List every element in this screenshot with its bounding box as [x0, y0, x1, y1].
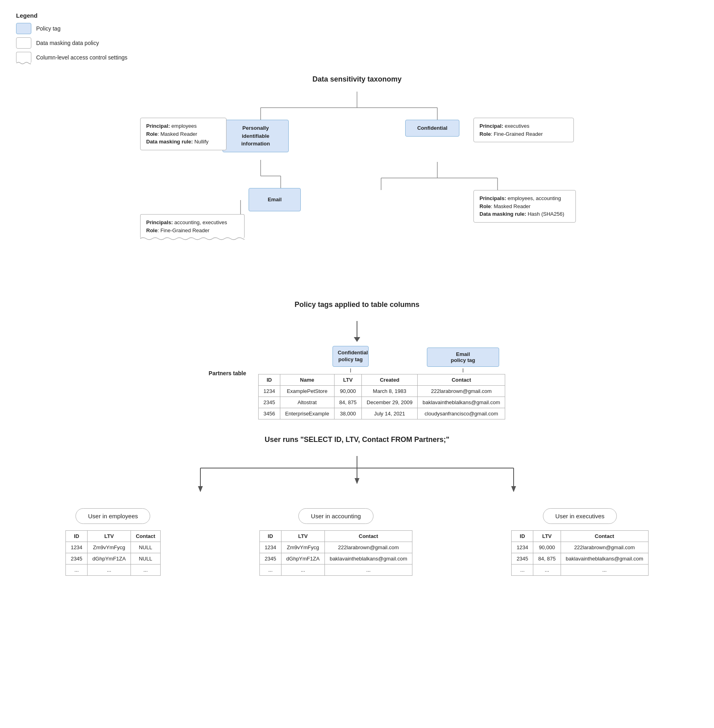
emp-acc-role-val: Masked Reader — [494, 203, 530, 209]
employees-rule-val: Nullify — [194, 139, 208, 145]
col-header-created: Created — [362, 374, 418, 385]
table-cell: NULL — [131, 553, 160, 564]
legend: Legend Policy tag Data masking data poli… — [16, 12, 698, 63]
table-row: ......... — [512, 564, 648, 575]
emp-acc-principals-val: employees, accounting — [508, 195, 561, 201]
confidential-tag-wrapper: Confidentialpolicy tag — [333, 346, 369, 372]
table-row: ......... — [259, 564, 412, 575]
pii-label: Personally identifiable information — [241, 125, 270, 147]
employees-principal-label: Principal: — [146, 123, 171, 129]
col-header-id: ID — [258, 374, 280, 385]
table-cell: 1234 — [512, 542, 533, 553]
pii-node: Personally identifiable information — [222, 120, 289, 152]
accounting-header-row: ID LTV Contact — [259, 530, 412, 542]
exec-col-contact: Contact — [561, 530, 648, 542]
employees-result-table: ID LTV Contact 1234Zm9vYmFycgNULL2345dGh… — [65, 530, 160, 576]
executives-access-node: Principal: executives Role: Fine-Grained… — [473, 118, 574, 142]
svg-marker-18 — [198, 486, 203, 492]
confidential-node: Confidential — [405, 120, 459, 137]
table-cell: ... — [281, 564, 324, 575]
table-row: ......... — [66, 564, 160, 575]
employees-accounting-access-node: Principals: employees, accounting Role: … — [473, 190, 576, 223]
table-cell: March 8, 1983 — [362, 385, 418, 397]
confidential-policy-tag: Confidentialpolicy tag — [333, 346, 369, 367]
acc-col-ltv: LTV — [281, 530, 324, 542]
legend-label-policy-tag: Policy tag — [36, 25, 61, 32]
table-row: 3456EnterpriseExample38,000July 14, 2021… — [258, 408, 505, 419]
col-header-ltv: LTV — [334, 374, 361, 385]
emp-col-id: ID — [66, 530, 88, 542]
employees-rule-label: Data masking rule: — [146, 139, 194, 145]
table-cell: 3456 — [258, 408, 280, 419]
employees-role-label: Role — [146, 131, 157, 137]
legend-item-data-masking: Data masking data policy — [16, 37, 698, 49]
user-employees-pill: User in employees — [75, 508, 150, 524]
arrow-down-policy — [354, 321, 360, 342]
emp-acc-role-label: Role — [479, 203, 491, 209]
user-accounting-column: User in accounting ID LTV Contact 1234Zm… — [259, 508, 412, 576]
table-cell: cloudysanfrancisco@gmail.com — [418, 408, 505, 419]
table-cell: 222larabrown@gmail.com — [324, 542, 412, 553]
table-cell: ... — [324, 564, 412, 575]
table-cell: 38,000 — [334, 408, 361, 419]
confidential-label: Confidential — [417, 125, 447, 131]
table-cell: 90,000 — [334, 385, 361, 397]
table-cell: ... — [512, 564, 533, 575]
table-row: 1234Zm9vYmFycgNULL — [66, 542, 160, 553]
email-node: Email — [249, 188, 301, 211]
user-executives-pill: User in executives — [543, 508, 617, 524]
query-title: User runs "SELECT ID, LTV, Contact FROM … — [16, 436, 698, 444]
legend-item-policy-tag: Policy tag — [16, 23, 698, 34]
table-row: 234584, 875baklavaintheblalkans@gmail.co… — [512, 553, 648, 564]
email-tag-wrapper: Emailpolicy tag — [427, 348, 499, 372]
accounting-result-table: ID LTV Contact 1234Zm9vYmFycg222larabrow… — [259, 530, 412, 576]
svg-marker-21 — [511, 486, 516, 492]
legend-item-column-access: Column-level access control settings — [16, 52, 698, 63]
table-row: 1234Zm9vYmFycg222larabrown@gmail.com — [259, 542, 412, 553]
table-cell: baklavaintheblalkans@gmail.com — [418, 397, 505, 408]
partners-label: Partners table — [209, 346, 246, 376]
table-row: 1234ExamplePetStore90,000March 8, 198322… — [258, 385, 505, 397]
column-access-icon — [16, 52, 31, 63]
exec-col-ltv: LTV — [533, 530, 561, 542]
emp-acc-rule-label: Data masking rule: — [479, 211, 528, 217]
table-cell: ... — [259, 564, 281, 575]
table-row: 2345dGhpYmF1ZAbaklavaintheblalkans@gmail… — [259, 553, 412, 564]
partners-table-wrapper: Confidentialpolicy tag Emailpolicy tag — [258, 346, 505, 419]
employees-header-row: ID LTV Contact — [66, 530, 160, 542]
table-cell: ... — [88, 564, 131, 575]
emp-acc-rule-val: Hash (SHA256) — [528, 211, 564, 217]
policy-tag-labels-row: Confidentialpolicy tag Emailpolicy tag — [258, 346, 505, 372]
table-cell: 1234 — [258, 385, 280, 397]
table-cell: 222larabrown@gmail.com — [561, 542, 648, 553]
branches-container — [136, 456, 578, 504]
table-cell: Altostrat — [280, 397, 334, 408]
table-cell: EnterpriseExample — [280, 408, 334, 419]
col-header-contact: Contact — [418, 374, 505, 385]
table-cell: NULL — [131, 542, 160, 553]
policy-tags-section: Policy tags applied to table columns Par… — [16, 301, 698, 419]
partners-table: ID Name LTV Created Contact 1234ExampleP… — [258, 374, 505, 419]
taxonomy-title: Data sensitivity taxonomy — [16, 75, 698, 84]
table-cell: baklavaintheblalkans@gmail.com — [324, 553, 412, 564]
email-policy-tag: Emailpolicy tag — [427, 348, 499, 367]
table-cell: 2345 — [66, 553, 88, 564]
user-accounting-pill: User in accounting — [298, 508, 373, 524]
policy-tag-icon — [16, 23, 31, 34]
query-section: User runs "SELECT ID, LTV, Contact FROM … — [16, 436, 698, 576]
table-header-row: ID Name LTV Created Contact — [258, 374, 505, 385]
table-cell: ExamplePetStore — [280, 385, 334, 397]
table-cell: ... — [533, 564, 561, 575]
accounting-role-label: Role — [146, 227, 157, 233]
table-row: 2345dGhpYmF1ZANULL — [66, 553, 160, 564]
acc-col-contact: Contact — [324, 530, 412, 542]
table-cell: ... — [561, 564, 648, 575]
executives-role-val: Fine-Grained Reader — [494, 131, 543, 137]
executives-principal-label: Principal: — [479, 123, 505, 129]
data-masking-icon — [16, 37, 31, 49]
accounting-role-val: Fine-Grained Reader — [160, 227, 209, 233]
acc-col-id: ID — [259, 530, 281, 542]
executives-result-table: ID LTV Contact 123490,000222larabrown@gm… — [511, 530, 648, 576]
legend-label-data-masking: Data masking data policy — [36, 40, 99, 46]
executives-role-label: Role — [479, 131, 491, 137]
